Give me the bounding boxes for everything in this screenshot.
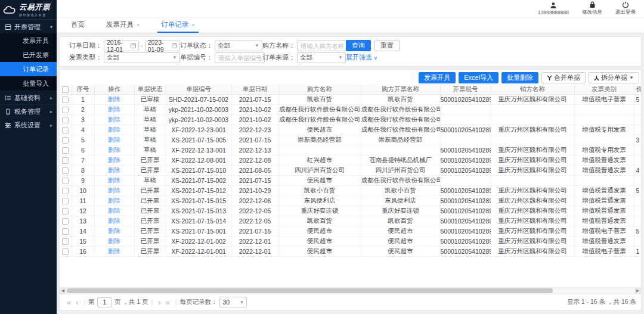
delete-link[interactable]: 删除 (108, 136, 120, 143)
table-row: 11删除已开票XS-2021-07-15-0152022-12-06东风便利店东… (60, 195, 641, 206)
cell-status: 已开票 (134, 165, 166, 175)
doc-no-input[interactable] (215, 52, 265, 63)
page-number-input[interactable] (97, 297, 112, 307)
sidebar-item-invoice-manage[interactable]: 开票管理 ▾ (0, 20, 57, 33)
delete-link[interactable]: 删除 (108, 247, 120, 254)
cell-buyer: 成都任我行软件股份有限公司 (278, 114, 361, 125)
cell-doc_no: XS-2021-07-15-013 (166, 206, 231, 216)
order-status-select[interactable]: 全部 ▼ (215, 41, 262, 51)
delete-link[interactable]: 删除 (108, 146, 120, 153)
expand-filter-link[interactable]: 展开筛选 ∨ (346, 53, 377, 62)
invoice-issue-button[interactable]: 发票开具 (419, 72, 456, 83)
column-header: 价税合计 (634, 85, 641, 94)
horizontal-scrollbar[interactable]: ◀ ▶ (60, 287, 641, 294)
delete-link[interactable]: 删除 (108, 166, 120, 173)
row-checkbox[interactable] (62, 248, 69, 255)
invoice-type-select[interactable]: 全部 ▼ (104, 52, 180, 63)
order-source-select[interactable]: 全部 ▼ (297, 52, 346, 63)
row-checkbox[interactable] (62, 107, 69, 113)
delete-link[interactable]: 删除 (108, 116, 120, 123)
sidebar-item-tax-manage[interactable]: 税务管理 ▸ (0, 104, 57, 118)
cell-seller: 重庆万州区魏和有限公司 (491, 125, 574, 135)
tab-invoice-issue[interactable]: 发票开具 × (103, 18, 143, 33)
delete-link[interactable]: 删除 (108, 186, 120, 194)
reset-button[interactable]: 重置 (374, 40, 400, 51)
select-all-checkbox[interactable] (62, 86, 69, 93)
scroll-left-arrow-icon[interactable]: ◀ (60, 288, 66, 294)
records-summary: 显示 1 - 16 条 ，共 16 条 (567, 298, 636, 306)
next-page-button[interactable]: › (158, 299, 160, 306)
first-page-button[interactable]: « (67, 299, 71, 306)
sidebar-item-batch-import[interactable]: 批量导入 (0, 76, 57, 91)
cell-buyer_invoice: 便民超市 (361, 226, 440, 236)
sidebar-item-issued-invoices[interactable]: 已开发票 (0, 48, 57, 62)
cell-date: 2021-10-02 (231, 114, 278, 125)
sidebar-item-invoice-issue[interactable]: 发票开具 (0, 33, 57, 48)
delete-link[interactable]: 删除 (108, 105, 120, 113)
row-checkbox[interactable] (62, 157, 69, 164)
cell-buyer (278, 145, 361, 155)
cell-amount (634, 206, 641, 216)
delete-link[interactable]: 删除 (108, 126, 120, 133)
cell-buyer_invoice: 重庆好耍连锁 (361, 206, 440, 216)
row-checkbox[interactable] (62, 228, 69, 235)
logout-button[interactable]: 退出登录 (615, 1, 636, 16)
delete-link[interactable]: 删除 (108, 207, 120, 214)
page-size-select[interactable]: 30 ▼ (219, 297, 247, 307)
table-row: 5删除草稿XS-2021-07-15-0052021-07-15崇新商品经营部崇… (60, 135, 641, 145)
row-checkbox[interactable] (62, 117, 69, 123)
row-checkbox[interactable] (62, 127, 69, 133)
buyer-name-input[interactable] (297, 41, 347, 51)
row-checkbox[interactable] (62, 198, 69, 204)
power-icon (622, 1, 629, 8)
delete-link[interactable]: 删除 (108, 156, 120, 163)
row-checkbox[interactable] (62, 208, 69, 214)
cell-buyer_invoice: 便民超市 (361, 246, 440, 256)
row-checkbox[interactable] (62, 218, 69, 225)
tab-home[interactable]: 首页 (67, 18, 88, 33)
split-docs-button[interactable]: 拆分单据 ▼ (589, 72, 639, 83)
prev-page-button[interactable]: ‹ (76, 299, 78, 306)
cell-seller: 重庆万州区魏和有限公司 (491, 246, 574, 256)
cell-tax_no: 500010205410289637 (440, 145, 491, 155)
sidebar-item-order-records[interactable]: 订单记录 (0, 62, 57, 76)
chevron-down-icon: ▾ (50, 24, 52, 30)
page-size-label: 每页记录数： (179, 298, 217, 306)
chevron-down-icon: ▼ (255, 43, 259, 48)
page-suffix: 页 ，共 1 页 (114, 298, 148, 306)
delete-link[interactable]: 删除 (108, 95, 120, 102)
last-page-button[interactable]: » (165, 299, 169, 306)
sidebar-item-system-settings[interactable]: 系统设置 ▸ (0, 118, 57, 132)
merge-docs-button[interactable]: 合并单据 (541, 72, 586, 83)
user-icon (550, 2, 557, 9)
scrollbar-thumb[interactable] (67, 288, 553, 293)
delete-link[interactable]: 删除 (108, 217, 120, 224)
account-phone[interactable]: 13888888888 (538, 2, 569, 15)
excel-import-button[interactable]: Excel导入 (459, 72, 499, 83)
row-checkbox[interactable] (62, 188, 69, 194)
row-checkbox[interactable] (62, 137, 69, 144)
tab-order-records[interactable]: 订单记录 × (157, 18, 198, 33)
row-checkbox[interactable] (62, 167, 69, 174)
cell-invoice_type (574, 104, 634, 114)
delete-link[interactable]: 删除 (108, 227, 120, 234)
doc-no-label: 单据编号： (180, 53, 213, 62)
delete-link[interactable]: 删除 (108, 237, 120, 244)
table-row: 3删除草稿ykp-2021-10-02-00032021-10-02成都任我行软… (60, 114, 641, 125)
row-checkbox[interactable] (62, 147, 69, 154)
close-icon[interactable]: × (137, 22, 140, 28)
order-date-from[interactable]: 2016-12-01 (104, 41, 139, 51)
delete-link[interactable]: 删除 (108, 197, 120, 204)
scroll-right-arrow-icon[interactable]: ▶ (634, 288, 641, 294)
row-checkbox[interactable] (62, 238, 69, 245)
close-icon[interactable]: × (191, 22, 194, 28)
row-checkbox[interactable] (62, 178, 69, 184)
order-date-to[interactable]: 2023-01-09 (145, 41, 180, 51)
search-button[interactable]: 查询 (346, 40, 371, 51)
batch-delete-button[interactable]: 批量删除 (501, 72, 538, 83)
cell-doc_no: XS-2021-07-15-002 (166, 175, 231, 185)
delete-link[interactable]: 删除 (108, 176, 120, 184)
row-checkbox[interactable] (62, 97, 69, 103)
edit-info-button[interactable]: 修改信息 (582, 1, 602, 16)
sidebar-item-base-data[interactable]: 基础资料 ▸ (0, 91, 57, 104)
